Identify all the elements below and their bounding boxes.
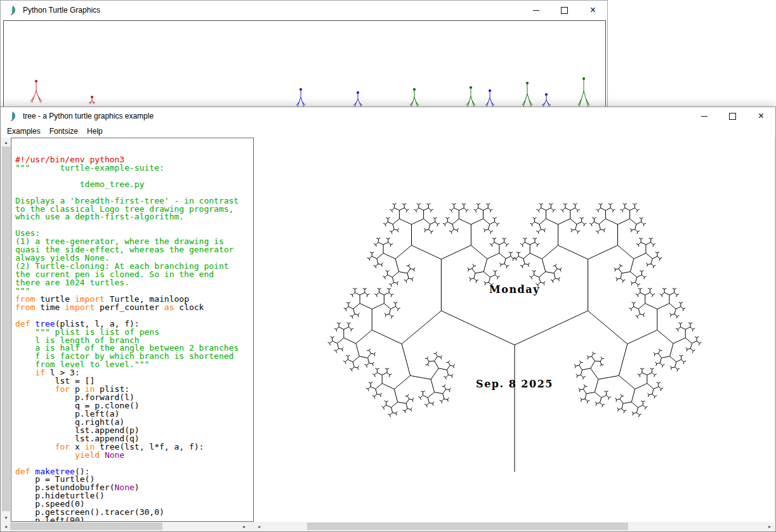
code-line: which use a depth-first-algorithm. bbox=[15, 213, 253, 221]
close-icon: × bbox=[758, 111, 764, 121]
scroll-right-arrow[interactable]: ▸ bbox=[240, 522, 249, 531]
scroll-down-arrow[interactable]: ▾ bbox=[1, 513, 11, 522]
code-line: p.left(90) bbox=[15, 517, 253, 522]
code-line: """ turtle-example-suite: bbox=[15, 164, 253, 172]
minimize-button[interactable] bbox=[522, 1, 550, 20]
scroll-left-arrow[interactable]: ◂ bbox=[254, 522, 263, 531]
window-titlebar[interactable]: tree - a Python turtle graphics example … bbox=[1, 107, 775, 125]
scroll-right-arrow[interactable]: ▸ bbox=[765, 522, 774, 531]
scroll-thumb[interactable] bbox=[307, 522, 628, 530]
window-title: tree - a Python turtle graphics example bbox=[23, 112, 154, 120]
minimize-icon bbox=[533, 10, 539, 11]
menu-item-fontsize[interactable]: Fontsize bbox=[45, 126, 82, 137]
maximize-button[interactable] bbox=[718, 107, 747, 125]
code-text: #!/usr/bin/env python3""" turtle-example… bbox=[15, 156, 253, 522]
fractal-tree-path bbox=[328, 204, 702, 472]
canvas-pane: MondaySep. 8 2025 bbox=[254, 138, 774, 522]
code-line: there are 1024 turtles. bbox=[15, 279, 253, 287]
close-button[interactable]: × bbox=[747, 107, 775, 125]
canvas-text-label: Sep. 8 2025 bbox=[476, 378, 553, 390]
code-scrollbar-vertical[interactable]: ▴ ▾ bbox=[1, 138, 11, 522]
tk-feather-icon bbox=[8, 5, 18, 15]
scroll-thumb[interactable] bbox=[2, 146, 10, 511]
maximize-icon bbox=[729, 113, 736, 120]
tree-drawing: MondaySep. 8 2025 bbox=[254, 138, 772, 522]
close-button[interactable]: × bbox=[579, 1, 607, 20]
canvas-text-label: Monday bbox=[489, 283, 540, 295]
window-titlebar[interactable]: Python Turtle Graphics × bbox=[1, 1, 607, 20]
tk-feather-icon bbox=[8, 111, 18, 121]
canvas-scrollbar-horizontal[interactable]: ◂ ▸ bbox=[254, 522, 774, 531]
maximize-button[interactable] bbox=[550, 1, 579, 20]
menubar: Examples Fontsize Help bbox=[1, 125, 775, 138]
scroll-thumb[interactable] bbox=[10, 522, 162, 530]
menu-item-examples[interactable]: Examples bbox=[3, 126, 45, 137]
window-controls: × bbox=[522, 1, 607, 20]
code-line: tdemo_tree.py bbox=[15, 181, 253, 189]
close-icon: × bbox=[590, 5, 596, 15]
minimize-button[interactable] bbox=[690, 107, 718, 125]
desktop: { "colors": { "c": "#dd0000", "s": "#00a… bbox=[0, 0, 776, 532]
window-controls: × bbox=[690, 107, 775, 125]
code-line: yield None bbox=[15, 451, 253, 460]
maximize-icon bbox=[561, 7, 568, 14]
window-title: Python Turtle Graphics bbox=[23, 6, 100, 15]
code-pane[interactable]: #!/usr/bin/env python3""" turtle-example… bbox=[11, 138, 254, 522]
scroll-up-arrow[interactable]: ▴ bbox=[1, 138, 11, 146]
pane-sash[interactable] bbox=[249, 138, 254, 522]
minimize-icon bbox=[701, 116, 707, 117]
code-line bbox=[15, 221, 253, 230]
code-scrollbar-horizontal[interactable]: ◂ ▸ bbox=[1, 522, 249, 531]
tree-demo-window: tree - a Python turtle graphics example … bbox=[0, 107, 776, 532]
scroll-left-arrow[interactable]: ◂ bbox=[1, 522, 10, 531]
menu-item-help[interactable]: Help bbox=[82, 126, 107, 137]
code-line: from time import perf_counter as clock bbox=[15, 304, 253, 312]
